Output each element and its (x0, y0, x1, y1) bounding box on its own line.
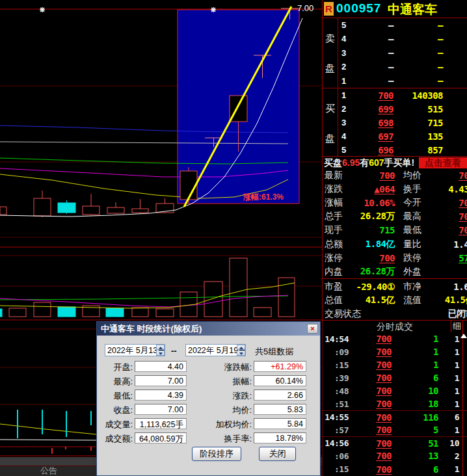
stat-label: 跌停 (403, 252, 437, 264)
stat-value: 41.5亿 (353, 295, 395, 306)
field-label: 振幅: (188, 376, 252, 388)
sell-level-row[interactable]: 5–– (339, 18, 467, 32)
tape-time: :15 (323, 360, 349, 370)
spinner-down-icon[interactable] (156, 350, 165, 356)
stat-value: 700 (353, 170, 395, 181)
field-value-box: 18.78% (254, 432, 306, 443)
field-value-box: 60.14% (254, 375, 306, 386)
tape-row[interactable]: :1570011 (323, 358, 467, 371)
stat-label: 外盘 (403, 266, 437, 278)
date-from-input[interactable]: 2022年 5月13日 (105, 344, 165, 356)
tape-row[interactable]: :48700101 (323, 384, 467, 397)
tape-count: 1 (438, 399, 459, 409)
date-spinner (237, 345, 245, 356)
level-number: 2 (339, 62, 351, 72)
time-sales-list: 14:5470011:0970011:1570011:3970061:48700… (323, 332, 467, 476)
buy-price: 697 (351, 131, 394, 142)
detail-button[interactable]: 细 (451, 321, 463, 332)
stat-row: 涨幅10.06%今开700 (323, 196, 467, 209)
tape-count: 1 (438, 373, 459, 383)
period-stats-dialog: 中通客车 时段统计(除权后) × 2022年 5月13日 -- 2022年 5月… (96, 321, 321, 476)
buy-level-row[interactable]: 2699515 (339, 102, 467, 116)
field-value-box: +61.29% (254, 361, 306, 372)
sell-level-row[interactable]: 1–– (339, 74, 467, 88)
sell-level-row[interactable]: 3–– (339, 46, 467, 60)
sell-level-row[interactable]: 4–– (339, 32, 467, 46)
spinner-down-icon[interactable] (237, 350, 245, 356)
close-icon[interactable]: × (307, 324, 318, 334)
field-value-box: 64,080.59万 (135, 432, 187, 443)
stat-value: 1.64 (437, 282, 467, 292)
sell-price: – (351, 34, 394, 44)
view-details-link[interactable]: 点击查看 (419, 157, 467, 168)
sell-price: – (351, 20, 394, 31)
spinner-up-icon[interactable] (237, 345, 245, 350)
close-button[interactable]: 关闭 (259, 447, 296, 461)
spinner-up-icon[interactable] (156, 345, 165, 350)
stat-value: 1.47 (437, 239, 467, 250)
stat-value: 715 (353, 225, 395, 235)
tape-time: 14:56 (323, 438, 349, 448)
stat-row: 内盘26.28万外盘3 (323, 265, 467, 278)
buy-volume: 135 (394, 131, 443, 142)
tape-row[interactable]: :3970061 (323, 371, 467, 384)
stat-value: 3 (437, 267, 467, 277)
buy-level-row[interactable]: 5696857 (339, 143, 467, 157)
buy-volume: 515 (394, 104, 443, 114)
stat-row: 总值41.5亿流值41.5亿 (323, 293, 467, 307)
stat-value: 700 (437, 211, 467, 222)
tape-row[interactable]: 14:557001166 (323, 410, 467, 423)
stat-row: 市盈-29.40①市净1.64 (323, 280, 467, 293)
sell-price: – (351, 62, 394, 72)
date-to-input[interactable]: 2022年 5月19日 (185, 344, 246, 356)
field-value-box: 1,113,625手 (135, 418, 187, 429)
tab-announcement[interactable]: 公告 (40, 465, 57, 476)
scrollbar-divider (462, 332, 463, 476)
level-number: 4 (339, 34, 351, 44)
stat-value: 700 (353, 253, 395, 263)
stat-value: 4.43% (437, 184, 467, 194)
field-label: 涨跌: (188, 390, 252, 402)
notice-text: 有 (360, 157, 369, 168)
tape-row[interactable]: 14:5470011 (323, 332, 467, 345)
sell-level-row[interactable]: 2–– (339, 60, 467, 73)
scroll-up-icon[interactable] (460, 334, 467, 338)
dialog-title: 中通客车 时段统计(除权后) (97, 322, 320, 336)
tape-time: :48 (323, 386, 349, 396)
buy-level-row[interactable]: 1700140308 (339, 88, 467, 102)
tape-row[interactable]: 14:567005110 (323, 436, 467, 449)
tape-count: 1 (438, 334, 459, 344)
stat-label: 市盈 (323, 281, 353, 293)
stat-row: 交易状态已闭市 (323, 307, 467, 321)
tape-row[interactable]: :0970011 (323, 345, 467, 358)
stock-code: 000957 (336, 1, 381, 16)
buy-level-row[interactable]: 4697135 (339, 129, 467, 143)
tape-row[interactable]: :1570061 (323, 463, 467, 476)
field-value-box: 4.40 (135, 361, 187, 372)
tape-count: 10 (438, 438, 459, 448)
level-number: 2 (339, 104, 351, 114)
sell-volume: – (394, 47, 443, 58)
level-number: 1 (339, 90, 351, 100)
tape-volume: 116 (392, 412, 438, 423)
tape-volume: 10 (392, 386, 438, 396)
stat-value: ▲064 (353, 184, 395, 194)
tape-count: 1 (438, 360, 459, 370)
field-value-box: 5.84 (254, 418, 306, 429)
buy-price: 696 (351, 145, 394, 155)
stat-label: 最新 (323, 170, 353, 181)
stat-label: 流值 (403, 295, 437, 306)
stage-sort-button[interactable]: 阶段排序 (192, 447, 241, 461)
tape-row[interactable]: :51700181 (323, 397, 467, 410)
field-label: 加权均价: (188, 419, 252, 430)
tape-price: 700 (349, 360, 392, 370)
stat-label: 涨幅 (323, 197, 353, 209)
notice-text: 买盘 (324, 157, 342, 168)
tape-row[interactable]: :06700132 (323, 449, 467, 462)
field-label: 收盘: (97, 404, 133, 416)
stat-label: 内盘 (323, 266, 353, 278)
stat-value: 572 (437, 253, 467, 263)
buy-level-row[interactable]: 3698715 (339, 116, 467, 129)
stat-label: 总值 (323, 295, 353, 306)
tape-row[interactable]: :5770051 (323, 423, 467, 436)
